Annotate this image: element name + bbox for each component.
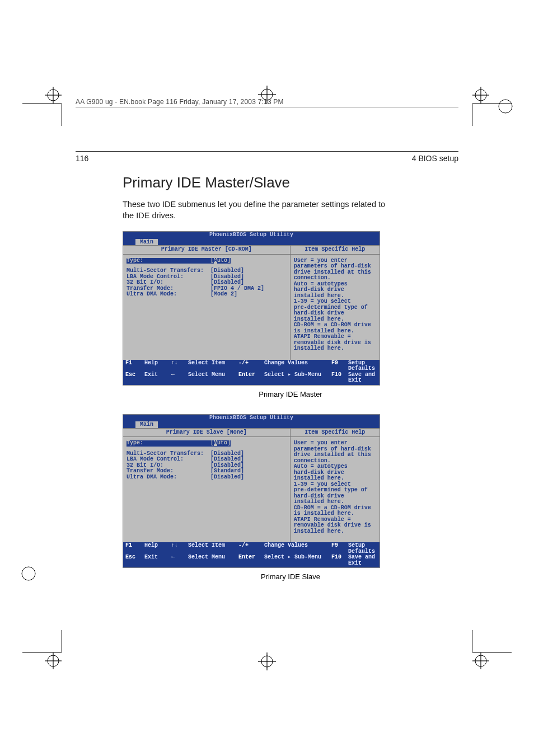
bios-footer-cell: Select Item (188, 543, 238, 555)
bios-footer-cell: ← (171, 555, 188, 566)
bios-footer-cell: Help (144, 360, 171, 372)
bios-subhead-right: Item Specific Help (290, 429, 380, 437)
bios-footer-cell: Help (144, 543, 171, 555)
bios-subhead-right: Item Specific Help (290, 246, 380, 254)
align-ring-left (20, 565, 37, 582)
bios-footer-cell: F9 (331, 543, 348, 555)
bios-footer-cell: Save and Exit (348, 555, 377, 566)
bios-footer-cell: -/+ (238, 543, 264, 555)
bios-footer-cell: Change Values (264, 543, 331, 555)
bios-footer-cell: ↑↓ (171, 543, 188, 555)
bios-subhead-left: Primary IDE Master [CD-ROM] (123, 246, 290, 254)
caption-slave: Primary IDE Slave (123, 572, 458, 581)
page-number: 116 (76, 154, 88, 163)
crop-mark-tl (22, 87, 62, 126)
bios-footer-cell: Select ▸ Sub-Menu (264, 555, 331, 566)
bios-setting-row: Type:[Auto] (127, 258, 287, 264)
bios-help-panel: User = you enter parameters of hard-disk… (290, 255, 380, 360)
bios-footer: F1Help↑↓Select Item-/+Change ValuesF9Set… (123, 360, 380, 385)
crop-mark-bl (22, 630, 62, 669)
bios-screenshot-master: PhoenixBIOS Setup Utility Main Primary I… (123, 231, 380, 386)
crop-mark-br (472, 630, 512, 669)
bios-footer-cell: Select Menu (188, 372, 238, 384)
bios-footer: F1Help↑↓Select Item-/+Change ValuesF9Set… (123, 542, 380, 567)
bios-footer-cell: Select ▸ Sub-Menu (264, 372, 331, 384)
chapter-label: 4 BIOS setup (412, 154, 458, 163)
bios-setting-row: Ultra DMA Mode:[Disabled] (127, 475, 287, 481)
caption-master: Primary IDE Master (123, 390, 458, 398)
lead-paragraph: These two IDE submenus let you define th… (123, 199, 386, 221)
bios-footer-cell: Setup Defaults (348, 360, 377, 372)
bios-settings-panel: Type:[Auto]Multi-Sector Transfers:[Disab… (123, 437, 290, 542)
bios-footer-cell: F10 (331, 372, 348, 384)
align-ring-right (497, 98, 514, 115)
bios-footer-cell: Save and Exit (348, 372, 377, 384)
bios-footer-cell: Enter (238, 555, 264, 566)
bios-footer-cell: ↑↓ (171, 360, 188, 372)
bios-title: PhoenixBIOS Setup Utility (123, 415, 380, 422)
bios-footer-cell: F1 (125, 543, 144, 555)
bios-footer-cell: Esc (125, 555, 144, 566)
bios-footer-cell: Setup Defaults (348, 543, 377, 555)
bios-settings-panel: Type:[Auto]Multi-Sector Transfers:[Disab… (123, 255, 290, 360)
bios-footer-cell: Enter (238, 372, 264, 384)
bios-footer-cell: -/+ (238, 360, 264, 372)
bios-tab-main: Main (135, 239, 158, 246)
bios-footer-cell: Exit (144, 555, 171, 566)
svg-point-22 (22, 567, 35, 580)
running-head: AA G900 ug - EN.book Page 116 Friday, Ja… (76, 98, 458, 107)
bios-footer-cell: Select Item (188, 360, 238, 372)
bios-footer-cell: F1 (125, 360, 144, 372)
bios-footer-cell: F10 (331, 555, 348, 566)
bios-footer-cell: Esc (125, 372, 144, 384)
bios-setting-row: Type:[Auto] (127, 440, 287, 447)
bios-footer-cell: Exit (144, 372, 171, 384)
bios-help-panel: User = you enter parameters of hard-disk… (290, 437, 380, 542)
bios-tab-main: Main (135, 421, 158, 428)
bios-footer-cell: ← (171, 372, 188, 384)
svg-point-24 (499, 100, 512, 113)
bios-subhead-left: Primary IDE Slave [None] (123, 429, 290, 437)
page-title: Primary IDE Master/Slave (123, 174, 458, 191)
bios-title: PhoenixBIOS Setup Utility (123, 232, 380, 239)
bios-screenshot-slave: PhoenixBIOS Setup Utility Main Primary I… (123, 414, 380, 569)
bios-footer-cell: Change Values (264, 360, 331, 372)
bios-footer-cell: F9 (331, 360, 348, 372)
bios-setting-row: Ultra DMA Mode:[Mode 2] (127, 292, 287, 298)
bios-footer-cell: Select Menu (188, 555, 238, 566)
